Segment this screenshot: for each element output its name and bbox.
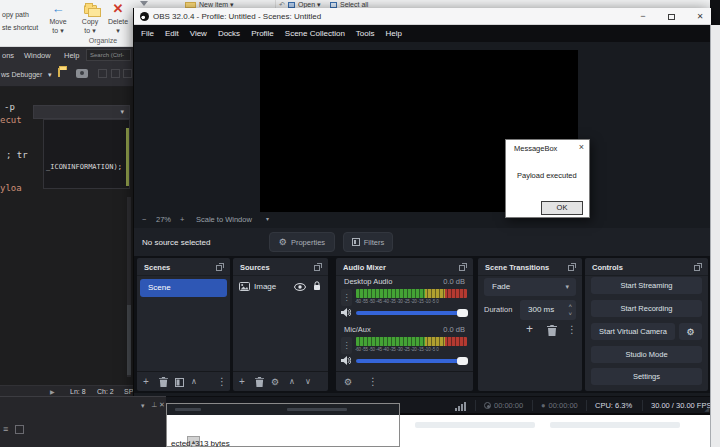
sources-title: Sources — [240, 263, 270, 272]
console-title-bar[interactable] — [167, 404, 399, 415]
filters-button[interactable]: Filters — [343, 232, 393, 252]
ide-search-input[interactable]: Search (Ctrl- — [86, 49, 131, 61]
close-button[interactable]: ✕ — [691, 11, 709, 23]
console-title-text — [175, 408, 201, 411]
remove-scene-button[interactable] — [159, 377, 168, 387]
copy-path-label[interactable]: opy path — [2, 11, 29, 18]
move-scene-up-button[interactable]: ∧ — [191, 376, 197, 388]
popout-icon[interactable] — [314, 263, 322, 271]
add-transition-button[interactable]: + — [526, 322, 533, 336]
zoom-out-button[interactable]: − — [142, 215, 146, 224]
mixer-title: Audio Mixer — [343, 263, 386, 272]
start-recording-button[interactable]: Start Recording — [591, 300, 702, 317]
maximize-button[interactable] — [668, 14, 675, 20]
popout-icon[interactable] — [459, 263, 467, 271]
popout-icon[interactable] — [568, 263, 576, 271]
panel-menu-icon[interactable]: ≡ — [3, 424, 8, 434]
panel-tool-icon[interactable] — [15, 425, 24, 434]
scenes-title: Scenes — [144, 263, 170, 272]
scale-caret-icon[interactable]: ▾ — [266, 215, 269, 222]
scene-list-item-selected[interactable]: Scene — [140, 279, 227, 297]
add-source-button[interactable]: + — [239, 376, 245, 388]
popout-icon[interactable] — [216, 263, 224, 271]
virtual-camera-settings-button[interactable]: ⚙ — [679, 323, 702, 340]
volume-slider[interactable] — [356, 311, 467, 315]
minimize-button[interactable]: − — [634, 11, 652, 23]
menu-scene-collection[interactable]: Scene Collection — [285, 29, 345, 38]
channel-grip-handle[interactable]: ⋮ — [341, 337, 352, 354]
zoom-in-button[interactable]: + — [180, 215, 184, 224]
ide-window: ons Window Help Search (Ctrl- ws Debugge… — [0, 47, 133, 447]
scenes-more-button[interactable]: ⋮ — [217, 376, 227, 388]
ide-menu-window[interactable]: Window — [24, 51, 51, 60]
faint-text — [550, 422, 680, 428]
volume-slider[interactable] — [356, 359, 467, 363]
resize-grip-icon[interactable]: ◢ — [704, 405, 709, 412]
source-properties-button[interactable]: ⚙ — [271, 376, 279, 388]
move-to-button[interactable]: ← Move to ▾ — [41, 0, 75, 46]
menu-tools[interactable]: Tools — [356, 29, 375, 38]
play-icon[interactable]: ▶ — [50, 388, 55, 395]
menu-edit[interactable]: Edit — [165, 29, 179, 38]
source-toolbar: No source selected ⚙ Properties Filters — [134, 228, 711, 256]
move-source-down-button[interactable]: ∨ — [305, 376, 311, 388]
transition-select[interactable]: Fade ▾ — [484, 278, 576, 296]
move-source-up-button[interactable]: ∧ — [289, 376, 295, 388]
code-fragment: ; tr — [6, 150, 28, 160]
transition-more-button[interactable]: ⋮ — [567, 324, 577, 335]
lock-icon[interactable] — [313, 281, 321, 291]
remove-source-button[interactable] — [255, 377, 264, 387]
ide-combo-bar[interactable]: ▾ — [33, 105, 130, 119]
panel-pin-icon[interactable]: ⊥ — [151, 401, 157, 409]
dialog-close-icon[interactable]: × — [579, 142, 584, 152]
speaker-icon[interactable] — [341, 356, 351, 365]
panel-caret-icon[interactable]: ▾ — [141, 402, 145, 410]
source-list-item[interactable]: Image — [233, 277, 328, 297]
delete-x-icon: ✕ — [113, 5, 124, 14]
debugger-caret-icon[interactable]: ▾ — [48, 71, 52, 79]
menu-view[interactable]: View — [190, 29, 207, 38]
dialog-message: Payload executed — [517, 171, 577, 180]
mixer-more-button[interactable]: ⋮ — [368, 376, 378, 388]
spin-down-icon[interactable]: ˅ — [568, 304, 572, 324]
visibility-eye-icon[interactable] — [294, 283, 306, 291]
menu-profile[interactable]: Profile — [251, 29, 274, 38]
scene-filters-button[interactable] — [175, 378, 184, 387]
no-source-label: No source selected — [142, 238, 210, 247]
menu-file[interactable]: File — [141, 29, 154, 38]
speaker-icon[interactable] — [341, 308, 351, 317]
paste-shortcut-label[interactable]: ste shortcut — [2, 24, 38, 31]
properties-button[interactable]: ⚙ Properties — [269, 232, 335, 252]
menu-docks[interactable]: Docks — [218, 29, 240, 38]
menu-help[interactable]: Help — [386, 29, 402, 38]
start-streaming-button[interactable]: Start Streaming — [591, 277, 702, 294]
add-scene-button[interactable]: + — [143, 376, 149, 388]
folder-search-icon[interactable] — [58, 68, 60, 77]
faint-text — [415, 422, 535, 428]
scale-mode-dropdown[interactable]: Scale to Window — [196, 215, 252, 224]
channel-grip-handle[interactable]: ⋮ — [341, 289, 352, 306]
obs-title-bar[interactable]: OBS 32.0.4 - Profile: Untitled - Scenes:… — [134, 8, 711, 25]
slider-handle[interactable] — [457, 309, 468, 317]
ide-menu-clipped[interactable]: ons — [2, 51, 14, 60]
editor-scrollbar-thumb[interactable] — [127, 305, 131, 375]
ide-menu-help[interactable]: Help — [64, 51, 79, 60]
transitions-panel: Scene Transitions Fade ▾ Duration 300 ms… — [478, 258, 582, 391]
studio-mode-button[interactable]: Studio Mode — [591, 346, 702, 363]
explorer-ribbon: opy path ste shortcut ← Move to ▾ Copy t… — [0, 0, 133, 47]
stream-icon — [484, 402, 491, 409]
remove-transition-button[interactable] — [547, 325, 557, 336]
settings-button[interactable]: Settings — [591, 368, 702, 385]
select-all-button[interactable]: Select all — [340, 1, 368, 8]
screenshot-icon[interactable] — [76, 69, 88, 78]
slider-handle[interactable] — [457, 357, 468, 365]
audio-mixer-panel: Audio Mixer Desktop Audio 0.0 dB ⋮ -60 -… — [336, 258, 473, 391]
column-indicator: Ch: 2 — [97, 388, 114, 395]
start-virtual-camera-button[interactable]: Start Virtual Camera — [591, 323, 675, 340]
dialog-ok-button[interactable]: OK — [541, 201, 583, 215]
panel-close-icon[interactable]: ✕ — [159, 401, 165, 409]
debugger-dropdown[interactable]: ws Debugger — [1, 71, 42, 78]
advanced-audio-button[interactable]: ⚙ — [344, 376, 352, 388]
popout-icon[interactable] — [694, 263, 702, 271]
duration-spinner[interactable]: 300 ms ˄ ˅ — [520, 300, 576, 320]
